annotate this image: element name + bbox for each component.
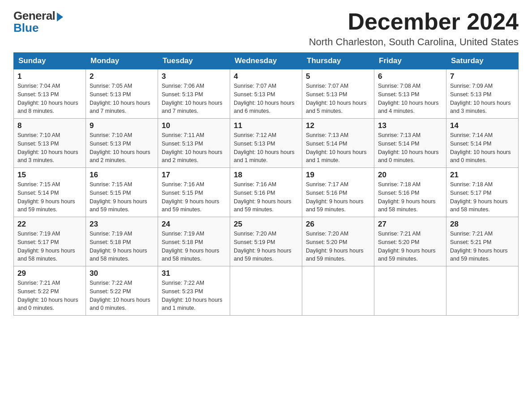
daylight-hours-text: Daylight: 9 hours hours	[450, 247, 515, 255]
calendar-day-cell: 7Sunrise: 7:09 AMSunset: 5:13 PMDaylight…	[446, 69, 519, 119]
sunset-text: Sunset: 5:16 PM	[378, 189, 442, 197]
sunrise-text: Sunrise: 7:13 AM	[306, 131, 370, 140]
calendar-day-cell: 27Sunrise: 7:21 AMSunset: 5:20 PMDayligh…	[374, 217, 446, 266]
daylight-hours-text: Daylight: 9 hours hours	[162, 197, 226, 206]
day-info: Sunrise: 7:13 AMSunset: 5:14 PMDaylight:…	[306, 131, 370, 165]
daylight-hours-text: Daylight: 9 hours hours	[234, 197, 298, 206]
day-info: Sunrise: 7:11 AMSunset: 5:13 PMDaylight:…	[162, 131, 226, 165]
daylight-hours-text: Daylight: 10 hours hours	[306, 148, 370, 157]
day-number: 8	[17, 121, 82, 130]
daylight-minutes-text: and 7 minutes.	[162, 107, 226, 116]
daylight-hours-text: Daylight: 9 hours hours	[234, 247, 298, 255]
day-info: Sunrise: 7:15 AMSunset: 5:14 PMDaylight:…	[17, 180, 82, 214]
calendar-day-cell: 11Sunrise: 7:12 AMSunset: 5:13 PMDayligh…	[230, 119, 302, 168]
daylight-hours-text: Daylight: 9 hours hours	[306, 247, 370, 255]
daylight-hours-text: Daylight: 10 hours hours	[234, 148, 298, 157]
daylight-minutes-text: and 59 minutes.	[234, 206, 298, 214]
sunrise-text: Sunrise: 7:19 AM	[162, 230, 226, 238]
sunset-text: Sunset: 5:13 PM	[90, 140, 154, 148]
day-number: 3	[162, 72, 226, 81]
daylight-minutes-text: and 59 minutes.	[306, 206, 370, 214]
day-of-week-wednesday: Wednesday	[230, 53, 302, 69]
daylight-hours-text: Daylight: 10 hours hours	[450, 148, 515, 157]
day-info: Sunrise: 7:08 AMSunset: 5:13 PMDaylight:…	[378, 82, 442, 116]
sunrise-text: Sunrise: 7:21 AM	[17, 279, 82, 287]
daylight-minutes-text: and 3 minutes.	[450, 107, 515, 116]
sunrise-text: Sunrise: 7:04 AM	[17, 82, 82, 90]
logo-blue-text: Blue	[13, 21, 39, 35]
daylight-hours-text: Daylight: 10 hours hours	[162, 99, 226, 107]
day-number: 28	[450, 220, 515, 229]
daylight-minutes-text: and 5 minutes.	[306, 107, 370, 116]
day-info: Sunrise: 7:18 AMSunset: 5:16 PMDaylight:…	[378, 180, 442, 214]
daylight-minutes-text: and 0 minutes.	[90, 304, 154, 313]
sunrise-text: Sunrise: 7:11 AM	[162, 131, 226, 140]
sunrise-text: Sunrise: 7:06 AM	[162, 82, 226, 90]
calendar-day-cell	[302, 266, 374, 316]
day-info: Sunrise: 7:17 AMSunset: 5:16 PMDaylight:…	[306, 180, 370, 214]
location-subtitle: North Charleston, South Carolina, United…	[309, 36, 519, 48]
calendar-week-row: 22Sunrise: 7:19 AMSunset: 5:17 PMDayligh…	[14, 217, 519, 266]
calendar-day-cell: 17Sunrise: 7:16 AMSunset: 5:15 PMDayligh…	[158, 168, 230, 217]
daylight-hours-text: Daylight: 10 hours hours	[90, 148, 154, 157]
calendar-day-cell: 10Sunrise: 7:11 AMSunset: 5:13 PMDayligh…	[158, 119, 230, 168]
day-info: Sunrise: 7:10 AMSunset: 5:13 PMDaylight:…	[90, 131, 154, 165]
day-number: 12	[306, 121, 370, 130]
calendar-table: SundayMondayTuesdayWednesdayThursdayFrid…	[13, 52, 519, 316]
sunrise-text: Sunrise: 7:09 AM	[450, 82, 515, 90]
sunset-text: Sunset: 5:23 PM	[162, 287, 226, 296]
day-number: 21	[450, 171, 515, 180]
daylight-minutes-text: and 58 minutes.	[17, 255, 82, 263]
calendar-day-cell: 14Sunrise: 7:14 AMSunset: 5:14 PMDayligh…	[446, 119, 519, 168]
day-info: Sunrise: 7:10 AMSunset: 5:13 PMDaylight:…	[17, 131, 82, 165]
day-info: Sunrise: 7:22 AMSunset: 5:23 PMDaylight:…	[162, 279, 226, 313]
day-info: Sunrise: 7:13 AMSunset: 5:14 PMDaylight:…	[378, 131, 442, 165]
sunrise-text: Sunrise: 7:17 AM	[306, 180, 370, 189]
daylight-hours-text: Daylight: 9 hours hours	[378, 247, 442, 255]
daylight-minutes-text: and 1 minute.	[306, 156, 370, 165]
daylight-minutes-text: and 59 minutes.	[17, 206, 82, 214]
day-number: 17	[162, 171, 226, 180]
logo: General Blue	[13, 9, 63, 35]
page-header: General Blue December 2024 North Charles…	[13, 9, 519, 48]
calendar-day-cell: 4Sunrise: 7:07 AMSunset: 5:13 PMDaylight…	[230, 69, 302, 119]
day-number: 9	[90, 121, 154, 130]
calendar-header-row: SundayMondayTuesdayWednesdayThursdayFrid…	[14, 53, 519, 69]
day-info: Sunrise: 7:16 AMSunset: 5:15 PMDaylight:…	[162, 180, 226, 214]
title-block: December 2024 North Charleston, South Ca…	[309, 9, 519, 48]
day-number: 2	[90, 72, 154, 81]
day-number: 16	[90, 171, 154, 180]
sunrise-text: Sunrise: 7:22 AM	[162, 279, 226, 287]
sunset-text: Sunset: 5:14 PM	[378, 140, 442, 148]
calendar-day-cell: 6Sunrise: 7:08 AMSunset: 5:13 PMDaylight…	[374, 69, 446, 119]
sunset-text: Sunset: 5:13 PM	[450, 90, 515, 99]
daylight-minutes-text: and 58 minutes.	[162, 255, 226, 263]
sunrise-text: Sunrise: 7:19 AM	[17, 230, 82, 238]
daylight-hours-text: Daylight: 9 hours hours	[17, 247, 82, 255]
sunset-text: Sunset: 5:20 PM	[378, 238, 442, 247]
day-info: Sunrise: 7:21 AMSunset: 5:20 PMDaylight:…	[378, 230, 442, 263]
day-info: Sunrise: 7:15 AMSunset: 5:15 PMDaylight:…	[90, 180, 154, 214]
daylight-minutes-text: and 58 minutes.	[90, 255, 154, 263]
sunrise-text: Sunrise: 7:14 AM	[450, 131, 515, 140]
sunrise-text: Sunrise: 7:07 AM	[234, 82, 298, 90]
calendar-day-cell: 24Sunrise: 7:19 AMSunset: 5:18 PMDayligh…	[158, 217, 230, 266]
sunset-text: Sunset: 5:16 PM	[234, 189, 298, 197]
calendar-day-cell: 20Sunrise: 7:18 AMSunset: 5:16 PMDayligh…	[374, 168, 446, 217]
sunset-text: Sunset: 5:18 PM	[162, 238, 226, 247]
day-number: 20	[378, 171, 442, 180]
day-info: Sunrise: 7:21 AMSunset: 5:22 PMDaylight:…	[17, 279, 82, 313]
day-info: Sunrise: 7:21 AMSunset: 5:21 PMDaylight:…	[450, 230, 515, 263]
daylight-hours-text: Daylight: 10 hours hours	[17, 296, 82, 304]
calendar-week-row: 29Sunrise: 7:21 AMSunset: 5:22 PMDayligh…	[14, 266, 519, 316]
sunrise-text: Sunrise: 7:15 AM	[17, 180, 82, 189]
sunset-text: Sunset: 5:18 PM	[90, 238, 154, 247]
daylight-minutes-text: and 2 minutes.	[90, 156, 154, 165]
day-info: Sunrise: 7:07 AMSunset: 5:13 PMDaylight:…	[306, 82, 370, 116]
day-info: Sunrise: 7:04 AMSunset: 5:13 PMDaylight:…	[17, 82, 82, 116]
daylight-minutes-text: and 58 minutes.	[378, 206, 442, 214]
day-number: 4	[234, 72, 298, 81]
calendar-day-cell	[374, 266, 446, 316]
daylight-hours-text: Daylight: 9 hours hours	[90, 247, 154, 255]
daylight-hours-text: Daylight: 10 hours hours	[17, 99, 82, 107]
